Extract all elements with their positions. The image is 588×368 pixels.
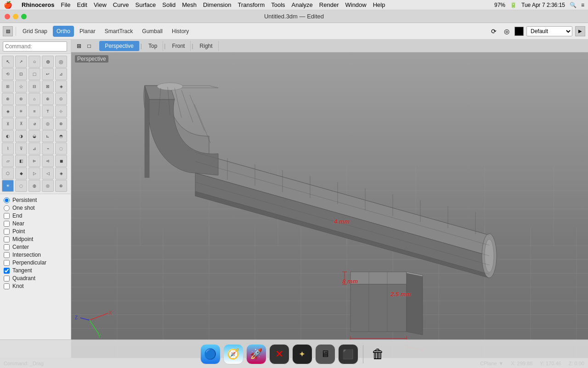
half-right-tool[interactable]: ◑ (15, 130, 27, 142)
play-left-tool[interactable]: ⊲ (42, 155, 54, 167)
cross-tool[interactable]: ⊠ (42, 80, 54, 92)
analyze-menu-item[interactable]: Analyze (292, 1, 313, 8)
home-tool[interactable]: ⌂ (28, 93, 40, 105)
render-menu-item[interactable]: Render (319, 1, 339, 8)
select-tool-2[interactable]: ↗ (15, 56, 27, 68)
select-tool[interactable]: ↖ (2, 56, 14, 68)
cross-circle-tool[interactable]: ⊗ (2, 93, 14, 105)
bullseye-tool[interactable]: ◎ (42, 180, 54, 192)
rotate-tool[interactable]: ⟲ (2, 68, 14, 80)
dock-trash[interactable]: 🗑 (368, 344, 388, 364)
curve-menu-item[interactable]: Curve (113, 1, 129, 8)
star-tool[interactable]: ☆ (15, 80, 27, 92)
transform-menu-item[interactable]: Transform (237, 1, 265, 8)
text-tool[interactable]: T (42, 105, 54, 117)
half-square-tool[interactable]: ◧ (15, 155, 27, 167)
one-shot-radio[interactable] (4, 205, 10, 211)
end-checkbox[interactable] (4, 213, 10, 219)
asterisk-tool[interactable]: ✳ (15, 105, 27, 117)
extra-tool-3[interactable]: ⊹ (55, 105, 67, 117)
window-menu-item[interactable]: Window (345, 1, 366, 8)
grid-tool-2[interactable]: ⊞ (2, 80, 14, 92)
dock-screen1[interactable]: 🖥 (315, 344, 335, 364)
extra-tool-8[interactable]: ◼ (55, 155, 67, 167)
dotted-circle-tool[interactable]: ◍ (28, 180, 40, 192)
nand-tool[interactable]: ⊼ (15, 118, 27, 130)
near-label[interactable]: Near (12, 220, 24, 227)
edit-menu-item[interactable]: Edit (77, 1, 87, 8)
minimize-button[interactable] (13, 14, 18, 19)
extra-tool-2[interactable]: ◈ (55, 80, 67, 92)
viewport-single-icon[interactable]: □ (84, 41, 94, 51)
app-menu-item[interactable]: Rhinoceros (22, 1, 55, 8)
surface-menu-item[interactable]: Surface (136, 1, 156, 8)
gumball-button[interactable]: Gumball (138, 26, 166, 37)
diamond-tool[interactable]: ◈ (2, 105, 14, 117)
ortho-button[interactable]: Ortho (53, 26, 74, 37)
dimension-menu-item[interactable]: Dimension (203, 1, 231, 8)
knot-label[interactable]: Knot (12, 283, 24, 289)
extra-tool-10[interactable]: ⊕ (55, 180, 67, 192)
dock-maltego[interactable]: ✦ (292, 344, 312, 364)
midpoint-checkbox[interactable] (4, 236, 10, 242)
grid-tool[interactable]: ⊡ (15, 68, 27, 80)
perpendicular-label[interactable]: Perpendicular (12, 259, 46, 266)
tab-top[interactable]: Top (143, 41, 163, 51)
extra-tool-1[interactable]: ⊿ (55, 68, 67, 80)
close-button[interactable] (5, 14, 10, 19)
triangle-tool[interactable]: ⊿ (28, 143, 40, 155)
planar-button[interactable]: Planar (76, 26, 99, 37)
view-menu-item[interactable]: View (94, 1, 107, 8)
half-bottom-tool[interactable]: ◒ (28, 130, 40, 142)
tri-right-tool[interactable]: ▷ (28, 167, 40, 179)
empty-circle-tool[interactable]: ◌ (15, 180, 27, 192)
quadrant-checkbox[interactable] (4, 276, 10, 282)
point-label[interactable]: Point (12, 228, 25, 235)
midpoint-label[interactable]: Midpoint (12, 236, 33, 242)
tab-front[interactable]: Front (166, 41, 191, 51)
tangent-checkbox[interactable] (4, 268, 10, 274)
play-right-tool[interactable]: ⊳ (28, 155, 40, 167)
dock-safari[interactable]: 🧭 (223, 344, 243, 364)
persistent-radio[interactable] (4, 197, 10, 203)
minus-tool[interactable]: ⊟ (28, 80, 40, 92)
rect-tool[interactable]: □ (28, 68, 40, 80)
history-button[interactable]: History (168, 26, 192, 37)
current-tool[interactable]: ⌁ (42, 143, 54, 155)
sun-tool[interactable]: ☀ (2, 180, 14, 192)
tab-perspective[interactable]: Perspective (99, 41, 140, 51)
center-checkbox[interactable] (4, 244, 10, 250)
file-menu-item[interactable]: File (61, 1, 71, 8)
point-checkbox[interactable] (4, 229, 10, 235)
help-menu-item[interactable]: Help (373, 1, 385, 8)
angle-tool[interactable]: ⊾ (42, 130, 54, 142)
sidebar-toggle-button[interactable]: ▤ (3, 26, 13, 36)
target-tool[interactable]: ◎ (55, 56, 67, 68)
intersection-label[interactable]: Intersection (12, 252, 41, 258)
wave-tool[interactable]: ⌇ (2, 143, 14, 155)
center-label[interactable]: Center (12, 244, 29, 250)
knot-checkbox[interactable] (4, 283, 10, 289)
dock-screen2[interactable]: ⬛ (338, 344, 358, 364)
target-icon[interactable]: ◎ (502, 26, 512, 36)
viewport-grid-icon[interactable]: ⊞ (74, 41, 84, 51)
grid-snap-button[interactable]: Grid Snap (19, 26, 51, 37)
search-icon[interactable]: 🔍 (570, 2, 577, 8)
near-checkbox[interactable] (4, 221, 10, 227)
one-shot-label[interactable]: One shot (12, 205, 35, 211)
perpendicular-checkbox[interactable] (4, 260, 10, 266)
circle-tool[interactable]: ○ (28, 56, 40, 68)
target2-tool[interactable]: ◎ (42, 118, 54, 130)
orbit-icon[interactable]: ⟳ (489, 26, 499, 36)
layer-select[interactable]: Default (526, 26, 572, 36)
tri-left-tool[interactable]: ◁ (42, 167, 54, 179)
extra-tool-5[interactable]: ◓ (55, 130, 67, 142)
lines-tool[interactable]: ≡ (28, 105, 40, 117)
apple-logo-icon[interactable]: 🍎 (4, 1, 12, 9)
plus-circle-tool[interactable]: ⊕ (42, 93, 54, 105)
undo-tool[interactable]: ↩ (42, 68, 54, 80)
extra-tool-7[interactable]: ◌ (55, 143, 67, 155)
diamond2-tool[interactable]: ◆ (15, 167, 27, 179)
extra-tool-4[interactable]: ⊕ (55, 118, 67, 130)
end-label[interactable]: End (12, 213, 22, 219)
